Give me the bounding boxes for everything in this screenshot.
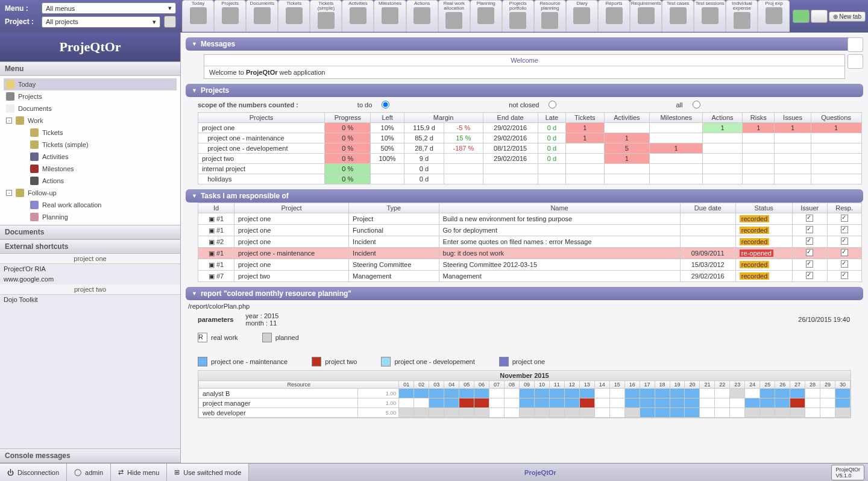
toolbar-real-work-allocation[interactable]: Real work allocation bbox=[438, 0, 470, 32]
task-row[interactable]: ▣ #1project one - maintenanceIncidentbug… bbox=[198, 248, 862, 259]
task-row[interactable]: ▣ #1project oneProjectBuild a new enviro… bbox=[198, 213, 862, 225]
back-button[interactable] bbox=[793, 10, 810, 23]
nav-tree: Today Projects Documents -Work Tickets T… bbox=[0, 76, 180, 225]
report-date: 26/10/2015 19:40 bbox=[798, 312, 863, 323]
tree-rwa[interactable]: Real work allocation bbox=[4, 199, 177, 211]
scope-todo-radio[interactable] bbox=[382, 101, 389, 108]
tree-documents[interactable]: Documents bbox=[4, 102, 177, 115]
footer-title: ProjeQtOr bbox=[249, 469, 831, 476]
left-panel: ProjeQtOr Menu Today Projects Documents … bbox=[0, 33, 181, 463]
documents-panel-header[interactable]: Documents bbox=[0, 225, 180, 239]
scope-label: scope of the numbers counted : bbox=[198, 101, 298, 108]
project-row[interactable]: internal project0 %0 d bbox=[198, 164, 862, 174]
toolbar-test-cases[interactable]: Test cases bbox=[662, 0, 694, 32]
footer: ⏻ Disconnection ◯ admin ⇄ Hide menu ⊞ Us… bbox=[0, 463, 868, 481]
edit-icon[interactable] bbox=[164, 16, 176, 28]
toolbar-activities[interactable]: Activities bbox=[342, 0, 374, 32]
logo: ProjeQtOr bbox=[0, 33, 180, 61]
toolbar-diary[interactable]: Diary bbox=[566, 0, 598, 32]
toolbar-projects-portfolio[interactable]: Projects portfolio bbox=[502, 0, 534, 32]
admin-button[interactable]: ◯ admin bbox=[67, 464, 111, 481]
disconnect-button[interactable]: ⏻ Disconnection bbox=[0, 464, 67, 481]
console-panel-header[interactable]: Console messages bbox=[0, 448, 180, 463]
toolbar-documents[interactable]: Documents bbox=[246, 0, 278, 32]
edit-icon[interactable] bbox=[848, 37, 863, 52]
project-row[interactable]: project one0 %10%115,9 d-5 %29/02/20160 … bbox=[198, 123, 862, 133]
tasks-section-header[interactable]: Tasks I am responsible of bbox=[186, 189, 863, 203]
tree-today[interactable]: Today bbox=[4, 78, 177, 90]
forward-button[interactable] bbox=[811, 10, 828, 23]
menu-select[interactable]: All menus▾ bbox=[42, 2, 176, 14]
scope-all-radio[interactable] bbox=[693, 101, 700, 108]
parameters-label: parameters bbox=[198, 312, 233, 323]
project-row[interactable]: project two0 %100%9 d29/02/20160 d1 bbox=[198, 154, 862, 164]
tree-work[interactable]: -Work bbox=[4, 115, 177, 127]
toolbar-milestones[interactable]: Milestones bbox=[374, 0, 406, 32]
tree-projects[interactable]: Projects bbox=[4, 90, 177, 102]
shortcut-link[interactable]: www.google.com bbox=[0, 274, 180, 285]
toolbar-reports[interactable]: Reports bbox=[598, 0, 630, 32]
toolbar-today[interactable]: Today bbox=[182, 0, 214, 32]
hide-menu-button[interactable]: ⇄ Hide menu bbox=[111, 464, 167, 481]
toolbar-actions[interactable]: Actions bbox=[406, 0, 438, 32]
toolbar-requirements[interactable]: Requirements bbox=[630, 0, 662, 32]
toolbar-projects[interactable]: Projects bbox=[214, 0, 246, 32]
projects-section-header[interactable]: Projects bbox=[186, 84, 863, 97]
new-tab-button[interactable]: ⊕ New tab bbox=[829, 11, 866, 22]
version-badge: ProjeQtOrV5.1.0 bbox=[831, 465, 864, 480]
welcome-text: Welcome to ProjeQtOr web application bbox=[204, 66, 844, 78]
shortcut-group: project two bbox=[0, 285, 180, 295]
shortcut-link[interactable]: Project'Or RIA bbox=[0, 264, 180, 274]
welcome-header: Welcome bbox=[204, 55, 844, 66]
scope-notclosed-radio[interactable] bbox=[549, 101, 556, 108]
tree-tickets-simple[interactable]: Tickets (simple) bbox=[4, 139, 177, 151]
toolbar-planning[interactable]: Planning bbox=[470, 0, 502, 32]
tree-planning[interactable]: Planning bbox=[4, 211, 177, 223]
tree-actions[interactable]: Actions bbox=[4, 175, 177, 187]
toolbar-proj-exp[interactable]: Proj exp bbox=[758, 0, 790, 32]
tasks-table: IdProjectTypeNameDue dateStatusIssuerRes… bbox=[198, 203, 862, 282]
tree-milestones[interactable]: Milestones bbox=[4, 163, 177, 175]
gantt-chart: November 2015 Resource010203040506070809… bbox=[198, 370, 851, 418]
menu-panel-header: Menu bbox=[0, 61, 180, 76]
report-path: /report/colorPlan.php bbox=[186, 300, 863, 312]
shortcuts-panel-header[interactable]: External shortcuts bbox=[0, 239, 180, 254]
tree-followup[interactable]: -Follow-up bbox=[4, 187, 177, 199]
task-row[interactable]: ▣ #1project oneSteering CommitteeSteerin… bbox=[198, 259, 862, 271]
toolbar-tickets[interactable]: Tickets bbox=[278, 0, 310, 32]
report-section-header[interactable]: report "colored monthly resource plannin… bbox=[186, 287, 863, 300]
toolbar-individual-expense[interactable]: Individual expense bbox=[726, 0, 758, 32]
project-row[interactable]: holidays0 %0 d bbox=[198, 174, 862, 184]
content-area: Messages Welcome Welcome to ProjeQtOr we… bbox=[181, 33, 868, 463]
messages-section-header[interactable]: Messages bbox=[186, 37, 863, 51]
menu-label: Menu : bbox=[5, 4, 38, 13]
toolbar-tickets-simple-[interactable]: Tickets (simple) bbox=[310, 0, 342, 32]
project-row[interactable]: project one - maintenance0 %10%85,2 d15 … bbox=[198, 133, 862, 143]
print-icon[interactable] bbox=[848, 54, 863, 69]
projects-table: ProjectsProgressLeftMarginEnd dateLateTi… bbox=[198, 112, 862, 184]
shortcut-link[interactable]: Dojo Toolkit bbox=[0, 295, 180, 305]
toolbar-resource-planning[interactable]: Resource planning bbox=[534, 0, 566, 32]
project-select[interactable]: All projects▾ bbox=[42, 16, 160, 28]
project-label: Project : bbox=[5, 17, 38, 26]
project-row[interactable]: project one - developement0 %50%28,7 d-1… bbox=[198, 143, 862, 154]
top-toolbar: Menu : All menus▾ Project : All projects… bbox=[0, 0, 868, 33]
task-row[interactable]: ▣ #2project oneIncidentEnter some quotes… bbox=[198, 236, 862, 248]
switched-mode-button[interactable]: ⊞ Use switched mode bbox=[167, 464, 249, 481]
tree-tickets[interactable]: Tickets bbox=[4, 127, 177, 139]
task-row[interactable]: ▣ #7project twoManagementManagement29/02… bbox=[198, 271, 862, 282]
toolbar-test-sessions[interactable]: Test sessions bbox=[694, 0, 726, 32]
task-row[interactable]: ▣ #1project oneFunctionalGo for deployme… bbox=[198, 225, 862, 236]
shortcut-group: project one bbox=[0, 254, 180, 264]
tree-activities[interactable]: Activities bbox=[4, 151, 177, 163]
